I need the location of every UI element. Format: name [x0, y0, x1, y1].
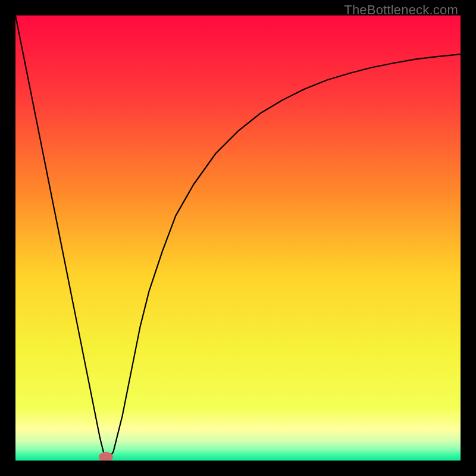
watermark-text: TheBottleneck.com — [344, 2, 458, 18]
gradient-background — [15, 15, 461, 461]
chart-frame — [15, 15, 461, 461]
chart-canvas — [15, 15, 461, 461]
